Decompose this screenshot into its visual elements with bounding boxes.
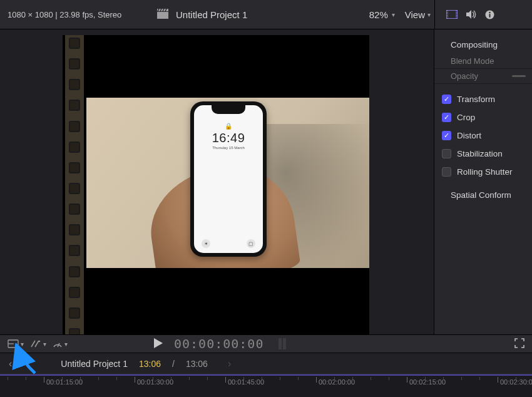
timeline-duration: 13:06 bbox=[186, 359, 208, 369]
svg-marker-24 bbox=[154, 338, 163, 348]
project-format-info: 1080 × 1080 | 23.98 fps, Stereo bbox=[0, 10, 153, 19]
inspector-crop[interactable]: ✓ Crop bbox=[434, 108, 532, 126]
clip-speed-icon bbox=[53, 339, 63, 348]
history-back-icon[interactable]: ‹ bbox=[9, 358, 12, 369]
play-button[interactable] bbox=[154, 338, 163, 350]
phone-time: 16:49 bbox=[212, 131, 245, 145]
svg-rect-0 bbox=[157, 12, 168, 19]
timecode-display[interactable]: 00:00:00:00 bbox=[174, 336, 263, 351]
opacity-slider[interactable] bbox=[512, 75, 526, 77]
effects-popup[interactable]: ▾ bbox=[8, 339, 24, 348]
checkbox-checked-icon[interactable]: ✓ bbox=[442, 95, 451, 104]
inspector-distort[interactable]: ✓ Distort bbox=[434, 126, 532, 145]
svg-point-22 bbox=[39, 341, 40, 342]
chevron-down-icon: ▾ bbox=[43, 341, 46, 348]
inspector-tabs bbox=[434, 0, 532, 29]
svg-point-12 bbox=[447, 17, 448, 18]
checkbox-checked-icon[interactable]: ✓ bbox=[442, 131, 451, 140]
audio-inspector-icon[interactable] bbox=[466, 10, 476, 19]
transport-bar: ▾ ▾ ▾ 00:00:00:00 bbox=[0, 334, 532, 353]
main-area: 🔒 16:49 Thursday 15 March ✶ ▢ Compositin… bbox=[0, 29, 532, 334]
checkbox-checked-icon[interactable]: ✓ bbox=[442, 113, 451, 122]
checkbox-unchecked-icon[interactable] bbox=[442, 167, 451, 177]
inspector-spatial-conform[interactable]: Spatial Conform bbox=[434, 186, 532, 204]
view-label: View bbox=[405, 9, 425, 20]
info-inspector-icon[interactable] bbox=[485, 10, 494, 19]
chevron-down-icon: ▾ bbox=[64, 341, 68, 348]
svg-point-14 bbox=[456, 14, 458, 15]
svg-point-11 bbox=[447, 14, 448, 15]
timeline-current-time: 13:06 bbox=[139, 359, 161, 369]
effects-popup-icon bbox=[8, 339, 19, 348]
inspector-compositing[interactable]: Compositing bbox=[434, 36, 532, 54]
phone: 🔒 16:49 Thursday 15 March ✶ ▢ bbox=[190, 101, 267, 257]
viewer-header: 1080 × 1080 | 23.98 fps, Stereo Untitled… bbox=[0, 0, 532, 29]
svg-point-10 bbox=[447, 11, 448, 13]
camera-icon: ▢ bbox=[247, 239, 255, 248]
inspector-panel: Compositing Blend Mode Opacity ✓ Transfo… bbox=[434, 29, 532, 334]
svg-rect-19 bbox=[489, 14, 491, 18]
video-inspector-icon[interactable] bbox=[446, 10, 458, 19]
inspector-rolling-shutter[interactable]: Rolling Shutter bbox=[434, 163, 532, 181]
chevron-down-icon: ▾ bbox=[427, 11, 431, 18]
timeline-header: ‹ Untitled Project 1 13:06 / 13:06 › bbox=[0, 353, 532, 374]
retime-popup[interactable]: ▾ bbox=[30, 339, 46, 348]
zoom-value: 82% bbox=[369, 9, 388, 20]
header-center: Untitled Project 1 bbox=[153, 9, 369, 21]
inspector-opacity[interactable]: Opacity bbox=[434, 69, 532, 84]
inspector-stabilization[interactable]: Stabilization bbox=[434, 145, 532, 163]
phone-date: Thursday 15 March bbox=[212, 146, 245, 150]
audio-meters bbox=[279, 338, 286, 349]
chevron-down-icon: ▾ bbox=[392, 11, 395, 18]
retime-icon bbox=[30, 339, 41, 348]
filmstrip-overlay bbox=[65, 35, 84, 334]
zoom-control[interactable]: 82% ▾ bbox=[369, 9, 401, 20]
inspector-blend-mode[interactable]: Blend Mode bbox=[434, 54, 532, 69]
lock-icon: 🔒 bbox=[225, 123, 232, 130]
checkbox-unchecked-icon[interactable] bbox=[442, 149, 451, 158]
timeline-ruler[interactable]: 00:01:15:0000:01:30:0000:01:45:0000:02:0… bbox=[0, 374, 532, 397]
svg-marker-16 bbox=[466, 10, 471, 19]
chevron-down-icon: ▾ bbox=[21, 341, 24, 348]
timeline-title[interactable]: Untitled Project 1 bbox=[61, 359, 128, 369]
project-title[interactable]: Untitled Project 1 bbox=[176, 9, 247, 20]
clip-speed-popup[interactable]: ▾ bbox=[53, 339, 68, 348]
svg-point-15 bbox=[456, 17, 458, 18]
svg-point-13 bbox=[456, 11, 458, 13]
clapper-icon bbox=[157, 9, 168, 21]
inspector-transform[interactable]: ✓ Transform bbox=[434, 90, 532, 108]
svg-point-18 bbox=[489, 11, 490, 13]
view-menu[interactable]: View ▾ bbox=[401, 9, 434, 20]
flashlight-icon: ✶ bbox=[202, 239, 210, 248]
phone-notch bbox=[212, 105, 245, 114]
history-forward-icon[interactable]: › bbox=[228, 358, 231, 369]
video-frame: 🔒 16:49 Thursday 15 March ✶ ▢ bbox=[86, 98, 369, 268]
time-separator: / bbox=[172, 359, 175, 369]
viewer[interactable]: 🔒 16:49 Thursday 15 March ✶ ▢ bbox=[0, 29, 434, 334]
fullscreen-icon[interactable] bbox=[514, 338, 524, 350]
